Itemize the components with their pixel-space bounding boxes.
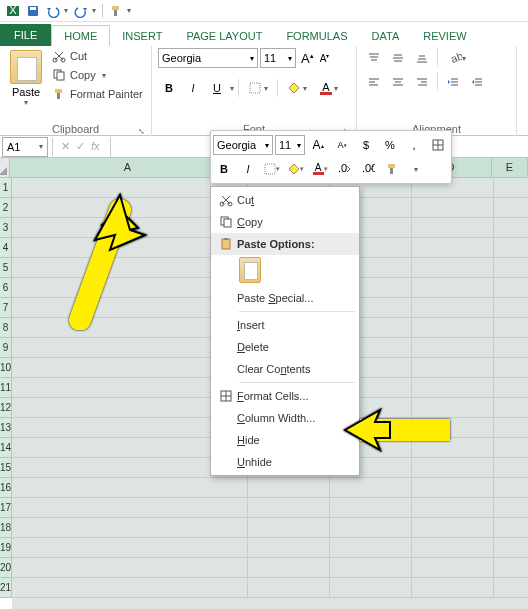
mini-font-name-select[interactable]: Georgia▾	[213, 135, 273, 155]
mini-bold-button[interactable]: B	[213, 158, 235, 180]
mini-italic-button[interactable]: I	[237, 158, 259, 180]
enter-formula-icon[interactable]: ✓	[76, 140, 85, 153]
row-header-8[interactable]: 8	[0, 318, 12, 338]
insert-function-icon[interactable]: fx	[91, 140, 100, 153]
row-header-19[interactable]: 19	[0, 538, 12, 558]
ctx-unhide[interactable]: Unhide	[211, 451, 359, 473]
mini-format-cells-button[interactable]	[427, 134, 449, 156]
row-header-15[interactable]: 15	[0, 458, 12, 478]
row-header-7[interactable]: 7	[0, 298, 12, 318]
mini-menu-button[interactable]: ▾	[405, 158, 427, 180]
row-header-21[interactable]: 21	[0, 578, 12, 598]
mini-fill-color-button[interactable]: ▾	[285, 158, 307, 180]
row-header-20[interactable]: 20	[0, 558, 12, 578]
row-header-3[interactable]: 3	[0, 218, 12, 238]
row-header-9[interactable]: 9	[0, 338, 12, 358]
tab-data[interactable]: DATA	[360, 26, 412, 46]
mini-percent-button[interactable]: %	[379, 134, 401, 156]
tab-page-layout[interactable]: PAGE LAYOUT	[174, 26, 274, 46]
tab-insert[interactable]: INSERT	[110, 26, 174, 46]
mini-font-size-select[interactable]: 11▾	[275, 135, 305, 155]
italic-button[interactable]: I	[182, 78, 204, 98]
row-header-4[interactable]: 4	[0, 238, 12, 258]
fill-color-button[interactable]: ▾	[282, 78, 312, 98]
mini-comma-button[interactable]: ,	[403, 134, 425, 156]
ctx-paste-option-default[interactable]	[211, 257, 359, 283]
underline-button[interactable]: U	[206, 78, 228, 98]
ctx-insert[interactable]: Insert	[211, 314, 359, 336]
ctx-format-cells[interactable]: Format Cells...	[211, 385, 359, 407]
row-header-16[interactable]: 16	[0, 478, 12, 498]
paste-button[interactable]: Paste ▾	[6, 48, 46, 107]
clipboard-launcher-icon[interactable]: ⤡	[138, 127, 145, 136]
svg-rect-9	[57, 72, 64, 80]
mini-borders-button[interactable]: ▾	[261, 158, 283, 180]
borders-button[interactable]: ▾	[243, 78, 273, 98]
align-middle-button[interactable]	[387, 48, 409, 68]
tab-file[interactable]: FILE	[0, 24, 51, 46]
row-header-10[interactable]: 10	[0, 358, 12, 378]
ctx-unhide-label: Unhide	[237, 456, 351, 468]
undo-icon[interactable]	[44, 2, 62, 20]
format-painter-button[interactable]: Format Painter	[50, 86, 145, 102]
mini-increase-decimal-button[interactable]: .0	[333, 158, 355, 180]
decrease-indent-button[interactable]	[442, 72, 464, 92]
ctx-cut[interactable]: Cut	[211, 189, 359, 211]
shrink-font-button[interactable]: A▾	[317, 50, 333, 66]
row-header-11[interactable]: 11	[0, 378, 12, 398]
row-header-12[interactable]: 12	[0, 398, 12, 418]
svg-text:X: X	[9, 4, 17, 16]
row-header-14[interactable]: 14	[0, 438, 12, 458]
row-header-6[interactable]: 6	[0, 278, 12, 298]
cancel-formula-icon[interactable]: ✕	[61, 140, 70, 153]
column-header-E[interactable]: E	[492, 158, 528, 178]
row-header-1[interactable]: 1	[0, 178, 12, 198]
align-top-button[interactable]	[363, 48, 385, 68]
grow-font-button[interactable]: A▴	[298, 49, 317, 68]
ctx-column-width[interactable]: Column Width...	[211, 407, 359, 429]
select-all-triangle[interactable]	[0, 158, 10, 178]
cut-button[interactable]: Cut	[50, 48, 145, 64]
ctx-insert-label: Insert	[237, 319, 351, 331]
align-bottom-button[interactable]	[411, 48, 433, 68]
ctx-copy[interactable]: Copy	[211, 211, 359, 233]
align-left-button[interactable]	[363, 72, 385, 92]
ctx-paste-special[interactable]: Paste Special...	[211, 287, 359, 309]
name-box[interactable]: A1▾	[2, 137, 48, 157]
align-right-button[interactable]	[411, 72, 433, 92]
row-header-18[interactable]: 18	[0, 518, 12, 538]
align-center-button[interactable]	[387, 72, 409, 92]
mini-format-painter-button[interactable]	[381, 158, 403, 180]
bold-button[interactable]: B	[158, 78, 180, 98]
font-color-button[interactable]: A▾	[314, 78, 344, 98]
row-header-2[interactable]: 2	[0, 198, 12, 218]
mini-currency-button[interactable]: $	[355, 134, 377, 156]
increase-indent-button[interactable]	[466, 72, 488, 92]
font-size-select[interactable]: 11▾	[260, 48, 296, 68]
redo-dropdown-icon[interactable]: ▾	[92, 6, 98, 15]
save-icon[interactable]	[24, 2, 42, 20]
row-header-5[interactable]: 5	[0, 258, 12, 278]
undo-dropdown-icon[interactable]: ▾	[64, 6, 70, 15]
tab-home[interactable]: HOME	[51, 25, 110, 46]
qat-customize-icon[interactable]: ▾	[127, 6, 133, 15]
redo-icon[interactable]	[72, 2, 90, 20]
row-header-17[interactable]: 17	[0, 498, 12, 518]
copy-button[interactable]: Copy ▾	[50, 67, 145, 83]
orientation-button[interactable]: ab▾	[442, 48, 472, 68]
tab-formulas[interactable]: FORMULAS	[274, 26, 359, 46]
mini-font-color-button[interactable]: A▾	[309, 158, 331, 180]
ctx-delete[interactable]: Delete	[211, 336, 359, 358]
mini-shrink-font-button[interactable]: A▾	[331, 134, 353, 156]
format-painter-qat-icon[interactable]	[107, 2, 125, 20]
mini-decrease-decimal-button[interactable]: .00	[357, 158, 379, 180]
name-box-value: A1	[7, 141, 20, 153]
row-header-13[interactable]: 13	[0, 418, 12, 438]
copy-label: Copy	[70, 69, 96, 81]
mini-grow-font-button[interactable]: A▴	[307, 134, 329, 156]
paste-icon	[10, 50, 42, 84]
ctx-clear-contents[interactable]: Clear Contents	[211, 358, 359, 380]
ctx-hide[interactable]: Hide	[211, 429, 359, 451]
tab-review[interactable]: REVIEW	[411, 26, 478, 46]
font-name-select[interactable]: Georgia▾	[158, 48, 258, 68]
